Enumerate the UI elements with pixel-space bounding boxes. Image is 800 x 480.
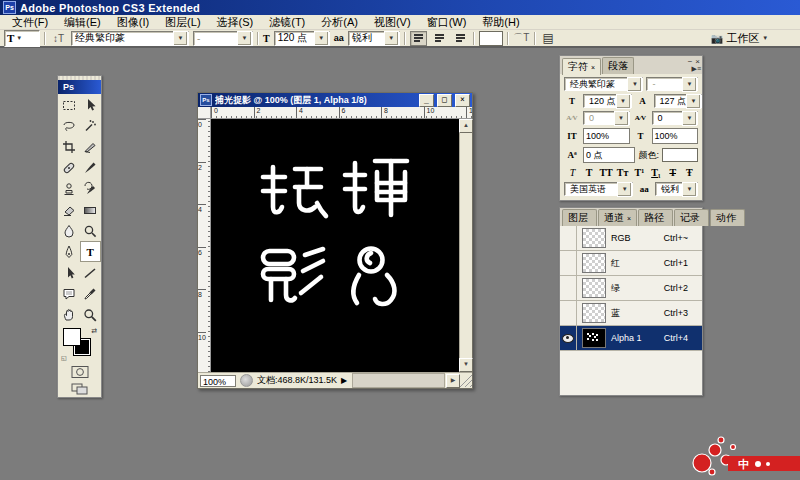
menu-item[interactable]: 文件(F)	[4, 15, 56, 30]
char-font-style-select[interactable]: - ▼	[646, 77, 698, 91]
antialias-select[interactable]: 锐利 ▼	[348, 31, 400, 46]
default-colors-icon[interactable]: ◱	[61, 354, 67, 361]
magic-wand-tool-icon[interactable]	[80, 115, 102, 136]
minimize-button[interactable]: _	[419, 94, 434, 107]
char-color-swatch[interactable]	[662, 148, 698, 162]
chevron-down-icon[interactable]: ▼	[686, 94, 701, 109]
type-tool-icon[interactable]: T	[80, 241, 102, 262]
brush-tool-icon[interactable]	[80, 157, 102, 178]
channel-row[interactable]: RGB Ctrl+~	[560, 226, 702, 251]
dodge-tool-icon[interactable]	[80, 220, 102, 241]
ruler-origin[interactable]	[198, 107, 211, 119]
align-top-button[interactable]	[410, 31, 427, 46]
font-size-select[interactable]: 120 点 ▼	[274, 31, 330, 46]
crop-tool-icon[interactable]	[58, 136, 80, 157]
font-size-field[interactable]: 120 点 ▼	[583, 94, 632, 108]
chevron-down-icon[interactable]: ▼	[314, 31, 329, 46]
scroll-up-icon[interactable]: ▲	[459, 119, 473, 133]
text-color-swatch[interactable]	[479, 31, 503, 46]
chevron-down-icon[interactable]: ▼	[682, 182, 697, 197]
line-tool-icon[interactable]	[80, 262, 102, 283]
lasso-tool-icon[interactable]	[58, 115, 80, 136]
text-orientation-toggle[interactable]: ↕T	[50, 31, 67, 46]
baseline-shift-field[interactable]: 0 点	[583, 147, 635, 163]
zoom-tool-icon[interactable]	[80, 304, 102, 325]
leading-field[interactable]: 127 点 ▼	[654, 94, 703, 108]
align-center-button[interactable]	[431, 31, 448, 46]
chevron-down-icon[interactable]: ▼	[237, 31, 252, 46]
font-family-select[interactable]: 经典繁印篆 ▼	[71, 31, 189, 46]
quick-mask-button[interactable]	[58, 363, 101, 380]
menu-item[interactable]: 图像(I)	[109, 15, 157, 30]
pen-tool-icon[interactable]	[58, 241, 80, 262]
marquee-tool-icon[interactable]	[58, 94, 80, 115]
menu-item[interactable]: 窗口(W)	[419, 15, 475, 30]
channel-row[interactable]: 蓝 Ctrl+3	[560, 301, 702, 326]
chevron-down-icon[interactable]: ▼	[173, 31, 188, 46]
channel-row[interactable]: 绿 Ctrl+2	[560, 276, 702, 301]
tab-character[interactable]: 字符 ×	[562, 58, 601, 75]
chevron-down-icon[interactable]: ▼	[682, 77, 697, 92]
scroll-down-icon[interactable]: ▼	[459, 358, 473, 372]
status-menu-arrow-icon[interactable]: ▶	[341, 376, 347, 385]
horizontal-ruler[interactable]: 024681012	[211, 107, 472, 119]
history-brush-tool-icon[interactable]	[80, 178, 102, 199]
path-selection-tool-icon[interactable]	[58, 262, 80, 283]
panel-tab[interactable]: 图层	[562, 209, 597, 226]
channel-row[interactable]: 红 Ctrl+1	[560, 251, 702, 276]
gradient-tool-icon[interactable]	[80, 199, 102, 220]
faux-style-button[interactable]: T¹	[633, 167, 646, 178]
toolbox-header[interactable]: Ps	[58, 80, 101, 94]
menu-item[interactable]: 分析(A)	[313, 15, 366, 30]
panel-tab[interactable]: 通道 ×	[598, 209, 637, 226]
vertical-scrollbar[interactable]: ▲ ▼	[459, 119, 472, 372]
faux-style-button[interactable]: T	[566, 167, 579, 178]
chevron-down-icon[interactable]: ▼	[616, 94, 631, 109]
horizontal-scale-field[interactable]: 100%	[652, 128, 699, 144]
maximize-button[interactable]: □	[437, 94, 452, 107]
document-title-bar[interactable]: Ps 捕光捉影 @ 100% (图层 1, Alpha 1/8) _ □ ×	[198, 93, 472, 107]
panel-menu-icon[interactable]: ▶≡	[692, 65, 701, 73]
faux-style-button[interactable]: T₁	[650, 167, 663, 178]
chevron-down-icon[interactable]: ▼	[627, 77, 642, 92]
close-icon[interactable]: ×	[591, 64, 595, 71]
faux-style-button[interactable]: Tт	[616, 167, 629, 178]
menu-item[interactable]: 图层(L)	[157, 15, 208, 30]
channel-row[interactable]: Alpha 1 Ctrl+4	[560, 326, 702, 351]
foreground-color-swatch[interactable]	[63, 328, 81, 346]
tool-preset-picker[interactable]: T ▼	[4, 30, 40, 47]
swap-colors-icon[interactable]: ⇄	[91, 327, 97, 335]
vertical-ruler[interactable]: 024681012	[198, 119, 211, 372]
chevron-down-icon[interactable]: ▼	[682, 111, 697, 126]
eraser-tool-icon[interactable]	[58, 199, 80, 220]
horizontal-scrollbar[interactable]	[352, 373, 445, 388]
chevron-down-icon[interactable]: ▼	[614, 111, 629, 126]
font-style-select[interactable]: - ▼	[193, 31, 253, 46]
menu-item[interactable]: 选择(S)	[209, 15, 262, 30]
faux-style-button[interactable]: TT	[599, 167, 612, 178]
notes-tool-icon[interactable]	[58, 283, 80, 304]
zoom-level-field[interactable]: 100%	[200, 375, 236, 387]
tracking-field[interactable]: 0 ▼	[652, 111, 699, 125]
healing-brush-tool-icon[interactable]	[58, 157, 80, 178]
chevron-down-icon[interactable]: ▼	[384, 31, 399, 46]
kerning-field[interactable]: 0 ▼	[583, 111, 630, 125]
menu-item[interactable]: 滤镜(T)	[261, 15, 313, 30]
chevron-down-icon[interactable]: ▼	[617, 182, 632, 197]
screen-mode-button[interactable]	[58, 380, 101, 397]
faux-style-button[interactable]: T	[583, 167, 596, 178]
hand-tool-icon[interactable]	[58, 304, 80, 325]
slice-tool-icon[interactable]	[80, 136, 102, 157]
char-font-family-select[interactable]: 经典繁印篆 ▼	[564, 77, 643, 91]
char-antialias-select[interactable]: 锐利 ▼	[655, 182, 698, 196]
menu-item[interactable]: 帮助(H)	[474, 15, 527, 30]
eyedropper-tool-icon[interactable]	[80, 283, 102, 304]
close-icon[interactable]: ×	[627, 215, 631, 222]
blur-tool-icon[interactable]	[58, 220, 80, 241]
menu-item[interactable]: 编辑(E)	[56, 15, 109, 30]
panel-tab[interactable]: 记录	[674, 209, 709, 226]
panel-tab[interactable]: 路径	[638, 209, 673, 226]
visibility-toggle[interactable]	[560, 301, 577, 325]
warp-text-icon[interactable]: ⌒T	[513, 31, 530, 46]
panel-tab[interactable]: 动作	[710, 209, 745, 226]
